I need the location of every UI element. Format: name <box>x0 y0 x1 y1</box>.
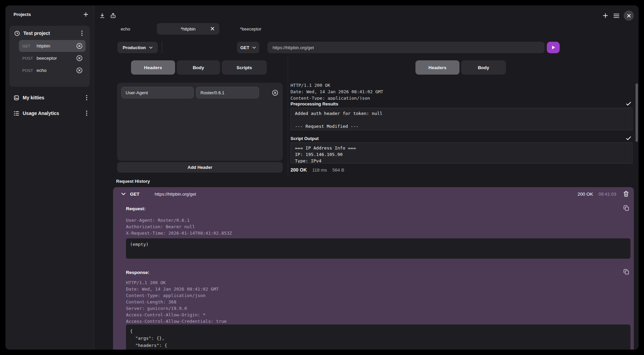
copy-response-button[interactable] <box>623 269 629 275</box>
copy-icon <box>623 205 629 211</box>
project-group: Test project GET httpbin POST beeceptor <box>9 26 90 87</box>
tab-label: Headers <box>428 65 446 70</box>
headers-editor-panel <box>117 83 283 161</box>
collection-menu-button[interactable] <box>83 94 90 101</box>
environment-select[interactable]: Production <box>117 42 158 53</box>
tab-echo[interactable]: echo <box>94 23 157 35</box>
remove-request-button[interactable] <box>75 66 83 75</box>
delete-history-button[interactable] <box>623 191 629 197</box>
check-icon <box>626 136 631 140</box>
history-method: GET <box>130 192 139 197</box>
history-status: 200 OK <box>578 192 593 197</box>
collection-menu-button[interactable] <box>83 110 90 117</box>
sidebar-item-echo[interactable]: POST echo <box>19 64 86 76</box>
response-headers-preview: HTTP/1.1 200 OK Date: Wed, 14 Jan 2026 0… <box>291 82 629 100</box>
method-select[interactable]: GET <box>237 42 259 53</box>
close-tab-button[interactable] <box>211 27 214 31</box>
tab-label: *beeceptor <box>240 26 261 32</box>
tab-response-headers[interactable]: Headers <box>415 60 459 75</box>
download-icon <box>99 13 105 19</box>
projects-title: Projects <box>14 12 31 17</box>
export-button[interactable] <box>108 11 118 20</box>
script-output: === IP Address Info === IP: 195.146.105.… <box>291 142 632 163</box>
header-value-input[interactable] <box>196 87 259 98</box>
photo-icon <box>14 95 19 101</box>
request-method-label: GET <box>22 44 37 48</box>
request-name: beeceptor <box>37 56 57 61</box>
history-time: 09:41:03 <box>598 192 616 197</box>
history-url: https://httpbin.org/get <box>155 192 196 197</box>
dots-vertical-icon <box>86 111 87 116</box>
tab-label: Body <box>478 65 489 70</box>
request-name: httpbin <box>37 43 50 48</box>
check-icon <box>626 102 631 106</box>
app-window: Projects Test project GET httpbin <box>5 5 639 350</box>
main-area: echo *httpbin *beeceptor Production GET … <box>94 5 639 350</box>
chevron-down-icon <box>121 193 126 195</box>
history-title: Request History <box>116 179 150 184</box>
toolbar <box>98 10 634 21</box>
remove-request-button[interactable] <box>75 54 83 62</box>
tab-request-body[interactable]: Body <box>177 60 220 75</box>
clock-icon <box>14 31 20 36</box>
circle-x-icon <box>76 42 83 50</box>
history-request-headers: User-Agent: Roster/0.6.1 Authorization: … <box>126 217 232 236</box>
add-header-button[interactable]: Add Header <box>117 162 283 173</box>
new-tab-button[interactable] <box>601 11 610 20</box>
history-request-body: (empty) <box>126 238 630 259</box>
tab-request-scripts[interactable]: Scripts <box>222 60 267 75</box>
tab-beeceptor[interactable]: *beeceptor <box>219 23 282 35</box>
collection-name: Usage Analytics <box>23 111 59 116</box>
tab-label: Body <box>193 65 204 70</box>
sidebar: Projects Test project GET httpbin <box>5 5 94 350</box>
request-method-label: POST <box>22 68 37 73</box>
project-name: Test project <box>23 31 50 36</box>
remove-header-button[interactable] <box>272 89 279 96</box>
preprocessing-output: Added auth header for token: null --- Re… <box>291 108 632 130</box>
sidebar-item-beeceptor[interactable]: POST beeceptor <box>19 52 86 64</box>
history-response-headers: HTTP/1.1 200 OK Date: Wed, 14 Jan 2026 0… <box>126 279 227 324</box>
dots-vertical-icon <box>86 95 87 100</box>
response-status-bar: 200 OK 118 ms 564 B <box>291 166 344 174</box>
script-output-header: Script Output <box>291 135 632 142</box>
sidebar-item-usage-analytics[interactable]: Usage Analytics <box>5 108 90 118</box>
project-menu-button[interactable] <box>78 29 86 37</box>
dots-vertical-icon <box>81 31 83 36</box>
collection-name: My kitties <box>23 95 44 100</box>
send-request-button[interactable] <box>547 42 560 53</box>
close-window-button[interactable] <box>624 11 634 21</box>
tab-request-headers[interactable]: Headers <box>131 60 175 75</box>
sidebar-header: Projects <box>5 9 90 20</box>
tab-label: Scripts <box>237 65 252 70</box>
copy-icon <box>623 269 629 275</box>
project-group-header[interactable]: Test project <box>9 26 90 40</box>
chevron-down-icon <box>149 46 153 49</box>
status-code: 200 OK <box>291 167 307 173</box>
header-key-input[interactable] <box>121 87 194 98</box>
circle-x-icon <box>76 55 83 62</box>
request-name: echo <box>37 68 46 73</box>
tab-httpbin[interactable]: *httpbin <box>157 23 219 35</box>
response-section-label: Response: <box>126 270 149 275</box>
copy-request-button[interactable] <box>623 205 629 211</box>
scrollbar-thumb[interactable] <box>636 83 638 142</box>
status-duration: 118 ms <box>312 167 327 173</box>
app-menu-button[interactable] <box>611 11 621 20</box>
remove-request-button[interactable] <box>75 42 83 50</box>
import-button[interactable] <box>98 11 107 20</box>
divider <box>162 42 162 53</box>
tab-label: echo <box>121 26 130 32</box>
url-input[interactable] <box>267 42 544 53</box>
list-icon <box>14 111 19 116</box>
tab-response-body[interactable]: Body <box>461 60 506 75</box>
sidebar-item-httpbin[interactable]: GET httpbin <box>19 40 86 52</box>
pane-divider <box>288 56 288 177</box>
chevron-down-icon <box>252 46 256 49</box>
sidebar-item-my-kitties[interactable]: My kitties <box>5 93 90 103</box>
add-project-button[interactable] <box>81 9 90 19</box>
history-entry-row[interactable]: GET https://httpbin.org/get 200 OK 09:41… <box>113 187 634 201</box>
history-response-body: { "args": {}, "headers": { <box>126 324 630 350</box>
history-entry-card: GET https://httpbin.org/get 200 OK 09:41… <box>113 187 634 350</box>
section-title: Preprocessing Results <box>291 101 338 106</box>
play-icon <box>551 45 556 50</box>
